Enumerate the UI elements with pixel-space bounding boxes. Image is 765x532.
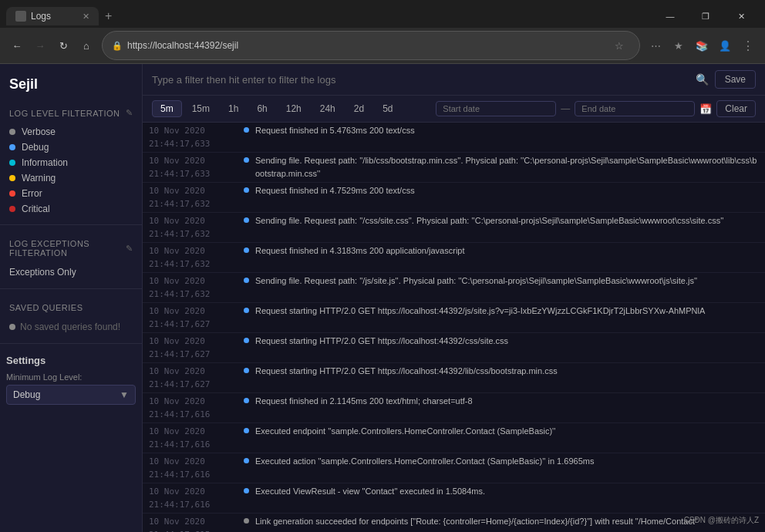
debug-dot	[9, 144, 15, 150]
log-timestamp: 10 Nov 2020 21:44:17,616	[149, 425, 238, 451]
log-message: Executed ViewResult - view "Contact" exe…	[255, 485, 759, 498]
account-icon[interactable]: 👤	[714, 35, 736, 56]
log-level-edit-icon[interactable]: ✎	[126, 108, 133, 118]
log-message: Request starting HTTP/2.0 GET https://lo…	[255, 335, 759, 348]
favorites-icon[interactable]: ★	[668, 35, 689, 56]
log-message: Sending file. Request path: ''/js/site.j…	[255, 274, 759, 288]
time-btn-5d[interactable]: 5d	[374, 100, 401, 117]
log-entry: 10 Nov 2020 21:44:17,632 Request finishe…	[143, 243, 765, 273]
extensions-icon[interactable]: ⋯	[645, 35, 666, 56]
min-log-level-value: Debug	[13, 389, 40, 400]
log-level-error[interactable]: Error	[3, 186, 139, 201]
log-entry: 10 Nov 2020 21:44:17,627 Request startin…	[143, 363, 765, 393]
save-button[interactable]: Save	[715, 70, 756, 89]
exceptions-only-item[interactable]: Exceptions Only	[3, 264, 139, 281]
app-container: Sejil Log Level Filteration ✎ Verbose De…	[0, 64, 765, 532]
min-log-level-label: Minimum Log Level:	[6, 372, 136, 382]
end-date-input[interactable]	[575, 101, 695, 116]
log-level-critical[interactable]: Critical	[3, 201, 139, 217]
clear-button[interactable]: Clear	[716, 100, 756, 117]
start-date-input[interactable]	[436, 101, 556, 116]
reading-list-icon[interactable]: 📚	[691, 35, 713, 56]
log-entry: 10 Nov 2020 21:44:17,633 Request finishe…	[143, 123, 765, 153]
information-dot	[9, 160, 15, 166]
debug-label: Debug	[22, 142, 49, 153]
log-entry: 10 Nov 2020 21:44:17,616 Executed action…	[143, 453, 765, 483]
time-btn-5m[interactable]: 5m	[152, 100, 182, 117]
menu-icon[interactable]: ⋮	[737, 35, 759, 56]
log-timestamp: 10 Nov 2020 21:44:17,627	[149, 365, 238, 391]
watermark: CSDN @搬砖的诗人Z	[684, 515, 759, 526]
time-btn-2d[interactable]: 2d	[345, 100, 372, 117]
tab-close-icon[interactable]: ✕	[83, 12, 89, 22]
log-message: Request finished in 5.4763ms 200 text/cs…	[255, 124, 759, 137]
log-level-warning[interactable]: Warning	[3, 170, 139, 186]
log-level-verbose[interactable]: Verbose	[3, 124, 139, 140]
log-entry: 10 Nov 2020 21:44:17,627 Request startin…	[143, 303, 765, 333]
warning-label: Warning	[22, 173, 56, 184]
divider-2	[0, 288, 142, 289]
log-timestamp: 10 Nov 2020 21:44:17,627	[149, 335, 238, 361]
log-level-information[interactable]: Information	[3, 155, 139, 170]
log-level-dot	[244, 127, 249, 133]
settings-section: Settings Minimum Log Level: Debug ▼	[0, 348, 142, 411]
sidebar: Sejil Log Level Filteration ✎ Verbose De…	[0, 64, 143, 532]
calendar-icon[interactable]: 📅	[699, 103, 712, 115]
log-timestamp: 10 Nov 2020 21:44:17,616	[149, 395, 238, 421]
log-level-dot	[244, 217, 249, 223]
time-filter-bar: 5m 15m 1h 6h 12h 24h 2d 5d — 📅 Clear	[143, 96, 765, 123]
date-range: — 📅 Clear	[436, 100, 756, 117]
log-timestamp: 10 Nov 2020 21:44:17,615	[149, 515, 238, 532]
log-entry: 10 Nov 2020 21:44:17,616 Request finishe…	[143, 393, 765, 423]
log-exceptions-section: Log Exceptions Filteration ✎ Exceptions …	[0, 230, 142, 284]
time-btn-12h[interactable]: 12h	[278, 100, 310, 117]
critical-label: Critical	[22, 204, 50, 214]
log-message: Sending file. Request path: ''/css/site.…	[255, 214, 759, 227]
log-timestamp: 10 Nov 2020 21:44:17,632	[149, 274, 238, 301]
log-message: Request starting HTTP/2.0 GET https://lo…	[255, 365, 759, 378]
filter-input[interactable]	[152, 74, 689, 86]
tab-title: Logs	[31, 11, 51, 22]
log-level-dot	[244, 157, 249, 163]
no-queries-dot	[9, 324, 15, 330]
back-button[interactable]: ←	[6, 35, 28, 56]
home-button[interactable]: ⌂	[76, 35, 97, 56]
min-log-level-select[interactable]: Debug ▼	[6, 385, 136, 405]
log-timestamp: 10 Nov 2020 21:44:17,632	[149, 184, 238, 210]
time-btn-6h[interactable]: 6h	[248, 100, 275, 117]
divider-3	[0, 343, 142, 344]
log-entry: 10 Nov 2020 21:44:17,615 Link generation…	[143, 513, 765, 532]
close-button[interactable]: ✕	[723, 5, 759, 28]
log-level-dot	[244, 398, 249, 403]
verbose-dot	[9, 129, 15, 135]
filter-bar: 🔍 Save	[143, 64, 765, 96]
tab-favicon	[15, 11, 26, 22]
dropdown-chevron-icon: ▼	[120, 389, 129, 400]
exceptions-edit-icon[interactable]: ✎	[126, 244, 133, 254]
url-text: https://localhost:44392/sejil	[127, 40, 598, 51]
nav-buttons: ← → ↻ ⌂	[6, 35, 97, 56]
reload-button[interactable]: ↻	[52, 35, 74, 56]
time-btn-24h[interactable]: 24h	[312, 100, 344, 117]
time-btn-15m[interactable]: 15m	[184, 100, 218, 117]
log-timestamp: 10 Nov 2020 21:44:17,632	[149, 244, 238, 271]
log-level-dot	[244, 458, 249, 463]
search-icon[interactable]: 🔍	[696, 73, 709, 86]
url-bar[interactable]: 🔒 https://localhost:44392/sejil ☆	[102, 31, 640, 60]
forward-button[interactable]: →	[29, 35, 51, 56]
time-btn-1h[interactable]: 1h	[220, 100, 247, 117]
log-level-debug[interactable]: Debug	[3, 140, 139, 155]
minimize-button[interactable]: —	[652, 5, 688, 28]
log-container[interactable]: 10 Nov 2020 21:44:17,633 Request finishe…	[143, 123, 765, 532]
new-tab-button[interactable]: +	[99, 6, 118, 26]
log-level-dot	[244, 368, 249, 373]
browser-tab[interactable]: Logs ✕	[6, 7, 99, 25]
log-level-dot	[244, 187, 249, 193]
log-level-dot	[244, 338, 249, 343]
log-timestamp: 10 Nov 2020 21:44:17,632	[149, 214, 238, 241]
log-message: Sending file. Request path: ''/lib/css/b…	[255, 154, 759, 180]
bookmark-icon[interactable]: ☆	[608, 35, 630, 56]
maximize-button[interactable]: ❐	[688, 5, 723, 28]
browser-sidebar-icons: ⋯ ★ 📚 👤 ⋮	[645, 35, 759, 56]
settings-title: Settings	[6, 355, 136, 366]
